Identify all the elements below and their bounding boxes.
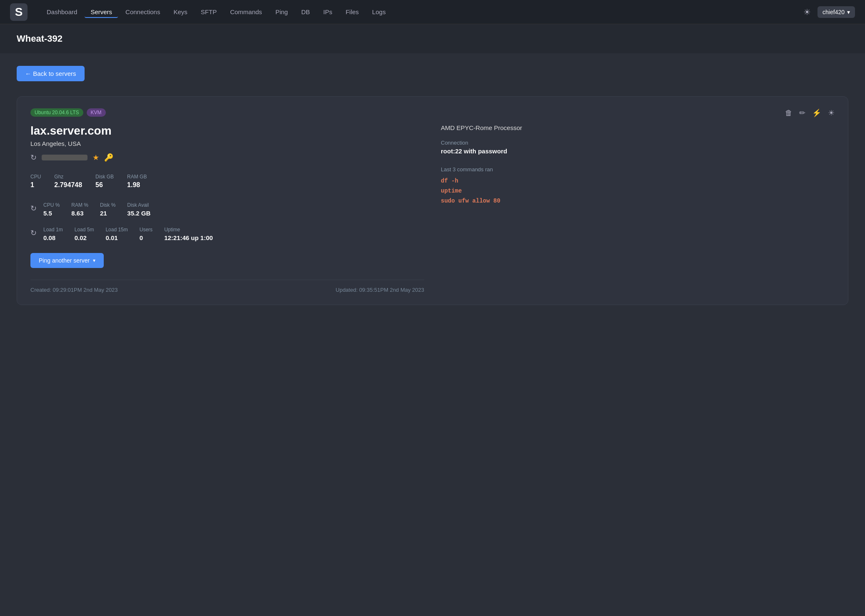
server-icons-row: ↻ ★ 🔑 [30,153,424,162]
load-users: Users 0 [140,227,152,241]
command-item-2: sudo ufw allow 80 [441,198,835,204]
stat-ghz-label: Ghz [54,174,82,180]
load-5m: Load 5m 0.02 [75,227,94,241]
load-uptime: Uptime 12:21:46 up 1:00 [164,227,213,241]
nav-sftp[interactable]: SFTP [195,6,222,18]
load-uptime-value: 12:21:46 up 1:00 [164,234,213,241]
stat-ram-label: RAM GB [127,174,147,180]
card-timestamps: Created: 09:29:01PM 2nd May 2023 Updated… [30,280,424,293]
metric-cpu-pct-value: 5.5 [43,210,60,217]
metric-disk-pct: Disk % 21 [100,202,115,217]
metric-disk-avail-label: Disk Avail [127,202,150,208]
card-top-row: Ubuntu 20.04.6 LTS KVM 🗑 ✏ ⚡ ☀ [30,108,835,118]
load-users-value: 0 [140,234,152,241]
created-timestamp: Created: 09:29:01PM 2nd May 2023 [30,287,118,293]
back-to-servers-button[interactable]: ← Back to servers [17,66,85,81]
logo: S [10,3,28,21]
ping-chevron-icon: ▾ [93,258,95,263]
stat-disk-value: 56 [95,181,114,189]
card-badges: Ubuntu 20.04.6 LTS KVM [30,108,106,117]
load-1m-label: Load 1m [43,227,63,233]
nav-files[interactable]: Files [340,6,365,18]
theme-toggle-icon[interactable]: ☀ [803,7,811,17]
nav-commands[interactable]: Commands [224,6,268,18]
load-1m: Load 1m 0.08 [43,227,63,241]
metric-ram-pct-label: RAM % [71,202,88,208]
os-badge: Ubuntu 20.04.6 LTS [30,108,83,117]
chevron-down-icon: ▾ [847,9,850,15]
stat-disk-label: Disk GB [95,174,114,180]
processor-label: AMD EPYC-Rome Processor [441,124,835,131]
metrics-section: ↻ CPU % 5.5 RAM % 8.63 Disk % 21 [30,202,424,217]
load-1m-value: 0.08 [43,234,63,241]
load-15m: Load 15m 0.01 [105,227,128,241]
server-hostname: lax.server.com [30,124,424,138]
nav-links: Dashboard Servers Connections Keys SFTP … [41,6,803,18]
settings-icon[interactable]: ☀ [828,108,835,118]
updated-timestamp: Updated: 09:35:51PM 2nd May 2023 [336,287,424,293]
page-header: Wheat-392 [0,24,865,53]
commands-label: Last 3 commands ran [441,166,835,173]
command-item-1: uptime [441,188,835,194]
nav-connections[interactable]: Connections [120,6,166,18]
stats-row: CPU 1 Ghz 2.794748 Disk GB 56 RAM GB 1.9… [30,174,424,189]
stat-ram-value: 1.98 [127,181,147,189]
load-5m-label: Load 5m [75,227,94,233]
nav-ips[interactable]: IPs [318,6,338,18]
user-menu[interactable]: chief420 ▾ [818,6,855,18]
connection-label: Connection [441,140,835,146]
nav-keys[interactable]: Keys [168,6,193,18]
nav-right: ☀ chief420 ▾ [803,6,855,18]
card-body: lax.server.com Los Angeles, USA ↻ ★ 🔑 CP… [30,124,835,293]
nav-dashboard[interactable]: Dashboard [41,6,83,18]
stat-ram: RAM GB 1.98 [127,174,147,189]
load-grid: Load 1m 0.08 Load 5m 0.02 Load 15m 0.01 [43,227,213,241]
stat-ghz: Ghz 2.794748 [54,174,82,189]
metric-disk-pct-label: Disk % [100,202,115,208]
connection-value: root:22 with password [441,148,835,155]
load-5m-value: 0.02 [75,234,94,241]
stat-cpu-value: 1 [30,181,41,189]
server-location: Los Angeles, USA [30,140,424,147]
page-title: Wheat-392 [17,33,848,44]
metrics-grid: CPU % 5.5 RAM % 8.63 Disk % 21 Disk Av [43,202,150,217]
card-actions: 🗑 ✏ ⚡ ☀ [785,108,835,118]
username-label: chief420 [822,9,845,15]
navbar: S Dashboard Servers Connections Keys SFT… [0,0,865,24]
stat-ghz-value: 2.794748 [54,181,82,189]
ip-blurred [42,155,88,160]
card-right: AMD EPYC-Rome Processor Connection root:… [441,124,835,293]
stat-disk: Disk GB 56 [95,174,114,189]
delete-icon[interactable]: 🗑 [785,109,792,118]
metric-disk-avail-value: 35.2 GB [127,210,150,217]
card-left: lax.server.com Los Angeles, USA ↻ ★ 🔑 CP… [30,124,424,293]
virt-badge: KVM [87,108,106,117]
load-refresh-icon[interactable]: ↻ [30,228,37,238]
main-content: ← Back to servers Ubuntu 20.04.6 LTS KVM… [0,53,865,318]
nav-db[interactable]: DB [295,6,316,18]
commands-section: Last 3 commands ran df -h uptime sudo uf… [441,166,835,204]
metrics-refresh-icon[interactable]: ↻ [30,204,37,213]
load-section: ↻ Load 1m 0.08 Load 5m 0.02 Load 15m 0.0 [30,227,424,241]
metric-ram-pct: RAM % 8.63 [71,202,88,217]
server-card: Ubuntu 20.04.6 LTS KVM 🗑 ✏ ⚡ ☀ lax.serve… [17,96,848,305]
star-icon[interactable]: ★ [92,153,99,162]
key-icon[interactable]: 🔑 [104,153,113,162]
nav-logs[interactable]: Logs [366,6,392,18]
metric-disk-pct-value: 21 [100,210,115,217]
command-item-0: df -h [441,178,835,184]
stat-cpu-label: CPU [30,174,41,180]
stat-cpu: CPU 1 [30,174,41,189]
metric-ram-pct-value: 8.63 [71,210,88,217]
load-15m-label: Load 15m [105,227,128,233]
ping-button-label: Ping another server [39,257,90,264]
load-users-label: Users [140,227,152,233]
metric-cpu-pct-label: CPU % [43,202,60,208]
edit-icon[interactable]: ✏ [799,108,805,118]
nav-servers[interactable]: Servers [85,6,118,18]
connection-section: Connection root:22 with password [441,140,835,155]
refresh-icon[interactable]: ↻ [30,153,37,162]
nav-ping[interactable]: Ping [270,6,294,18]
ping-another-server-button[interactable]: Ping another server ▾ [30,253,104,268]
power-icon[interactable]: ⚡ [812,108,821,118]
